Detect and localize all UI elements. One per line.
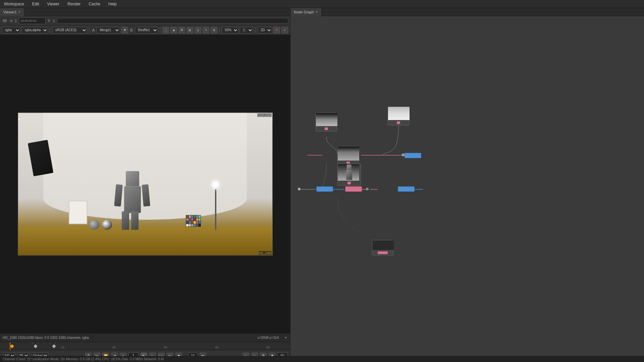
robot-head — [126, 171, 139, 186]
menu-viewer[interactable]: Viewer — [46, 1, 61, 7]
menu-render[interactable]: Render — [66, 1, 82, 7]
cc-cell — [191, 224, 193, 227]
svg-text:10: 10 — [61, 346, 64, 349]
cc-cell — [199, 218, 201, 221]
frame-info: f/8 — [2, 19, 7, 23]
merge2-conn-pink[interactable] — [347, 182, 351, 184]
sep2 — [89, 27, 90, 33]
cc-cell — [196, 216, 198, 218]
viewer-content[interactable]: 1920,1080 HD_1080 — [0, 35, 290, 333]
node-merge2[interactable] — [337, 164, 361, 186]
merge-thumb-1 — [338, 146, 359, 161]
timecode-field[interactable]: 00:00:00:01 — [19, 17, 46, 24]
corner-label-br: HD_1080 — [259, 251, 271, 255]
viewer-status: HD_1080 644x362 bbox: 0 0 1920 1080 ch… — [0, 333, 290, 342]
sep3 — [160, 27, 160, 33]
colorspace-select[interactable]: sRGB (ACES) — [52, 27, 87, 34]
aspect-select[interactable]: 1:1 — [240, 27, 253, 34]
robot-body — [124, 186, 141, 213]
node-small-bottom[interactable] — [372, 240, 393, 255]
settings-btn[interactable]: ✓ — [281, 27, 288, 34]
cc-cell — [194, 216, 196, 218]
node-merge1[interactable] — [337, 146, 359, 166]
light-bulb — [210, 179, 220, 189]
timeline-mini[interactable] — [57, 18, 288, 23]
status-arrow-down[interactable]: ▼ — [284, 336, 287, 340]
node-b-select[interactable]: Shuffle1 — [135, 27, 158, 34]
compare-btn[interactable]: ⧉ — [178, 27, 185, 34]
timeline-ruler-svg: 10 20 30 40 50 — [0, 342, 290, 350]
cc-cell — [189, 224, 191, 227]
node-wires — [290, 16, 644, 362]
floor — [18, 227, 272, 255]
keyframe-marker — [10, 344, 14, 348]
dot-left — [298, 188, 301, 190]
sep1 — [50, 27, 50, 33]
grid-btn[interactable]: ⊞ — [186, 27, 193, 34]
cc-cell — [186, 216, 188, 218]
cc-cell — [196, 218, 198, 221]
cc-cell — [196, 224, 198, 227]
roi-btn[interactable]: ⬚ — [162, 27, 169, 34]
svg-text:20: 20 — [112, 346, 116, 349]
blue-connector-1[interactable] — [405, 153, 421, 158]
zoom-select[interactable]: 50%100%200% — [222, 27, 238, 34]
viewer-close-icon[interactable]: ✕ — [18, 10, 21, 14]
robot-figure — [112, 156, 153, 230]
node-a-select[interactable]: Merge1 — [97, 27, 120, 34]
viewer-tab-label: Viewer1 — [3, 10, 17, 14]
cc-cell — [191, 221, 193, 224]
whiteboard — [69, 200, 87, 224]
keyframe-marker2 — [34, 344, 38, 348]
corner-marker-tr — [270, 119, 272, 122]
clip-btn[interactable]: ◈ — [170, 27, 177, 34]
node-tab-bar: Node Graph ✕ — [290, 8, 644, 16]
channel-select-alpha[interactable]: rgba.alpha — [22, 27, 48, 34]
view-mode-select[interactable]: 2D3D — [258, 27, 272, 34]
node-tab-close[interactable]: ✕ — [315, 10, 318, 14]
node-read-light[interactable] — [388, 107, 409, 125]
blue-connector-3[interactable] — [398, 186, 415, 192]
pause-btn[interactable]: ⏸ — [211, 27, 217, 34]
small-node-connectors — [372, 250, 393, 255]
node-connectors-dark — [316, 126, 337, 131]
menu-edit[interactable]: Edit — [31, 1, 41, 7]
connector-pink-1[interactable] — [325, 127, 328, 130]
connector-pink-2[interactable] — [397, 121, 400, 124]
merge-thumb-2 — [338, 164, 359, 181]
cc-cell — [199, 224, 201, 227]
channel-select-rgba[interactable]: rgbargbalpha — [2, 27, 20, 34]
sphere-matte — [89, 220, 99, 230]
menu-workspace[interactable]: Workspace — [3, 1, 25, 7]
node-canvas[interactable] — [290, 16, 644, 362]
playhead[interactable] — [10, 342, 10, 350]
node-a-extra-btn[interactable]: ▼ — [121, 27, 128, 34]
sep4 — [219, 27, 220, 33]
corner-label-tr: 1920,1080 — [257, 114, 272, 117]
viewer-tab[interactable]: Viewer1 ✕ — [0, 8, 24, 16]
transform-btn[interactable]: ⌖ — [203, 27, 209, 34]
node-read-dark[interactable] — [316, 113, 337, 131]
pink-connector-1[interactable] — [345, 186, 362, 192]
menu-help[interactable]: Help — [107, 1, 118, 7]
menu-cache[interactable]: Cache — [87, 1, 102, 7]
status-text: Channel Count: 22 Localization Mode: On … — [3, 357, 164, 361]
guide-btn[interactable]: ┼ — [195, 27, 201, 34]
blue-connector-2[interactable] — [316, 186, 333, 192]
sphere-chrome — [102, 220, 112, 230]
robot-leg-left — [122, 211, 129, 230]
cc-cell — [194, 221, 196, 224]
bottom-status: Channel Count: 22 Localization Mode: On … — [0, 356, 644, 362]
viewer-tab-bar: Viewer1 ✕ — [0, 8, 290, 16]
cc-cell — [191, 216, 193, 218]
timeline-track[interactable]: 10 20 30 40 50 — [0, 342, 290, 350]
viewer-toolbar: f/8 ◀ 1 00:00:00:01 Y 1 — [0, 16, 290, 25]
dot-connector-1 — [402, 154, 405, 156]
node-graph-tab[interactable]: Node Graph ✕ — [290, 8, 322, 16]
small-node-thumb — [372, 240, 394, 250]
small-conn-pink[interactable] — [378, 251, 388, 254]
coord-y-label: Y — [47, 19, 51, 23]
cc-cell — [199, 216, 201, 218]
paint-btn[interactable]: ✎ — [273, 27, 280, 34]
color-checker-grid — [186, 215, 201, 227]
